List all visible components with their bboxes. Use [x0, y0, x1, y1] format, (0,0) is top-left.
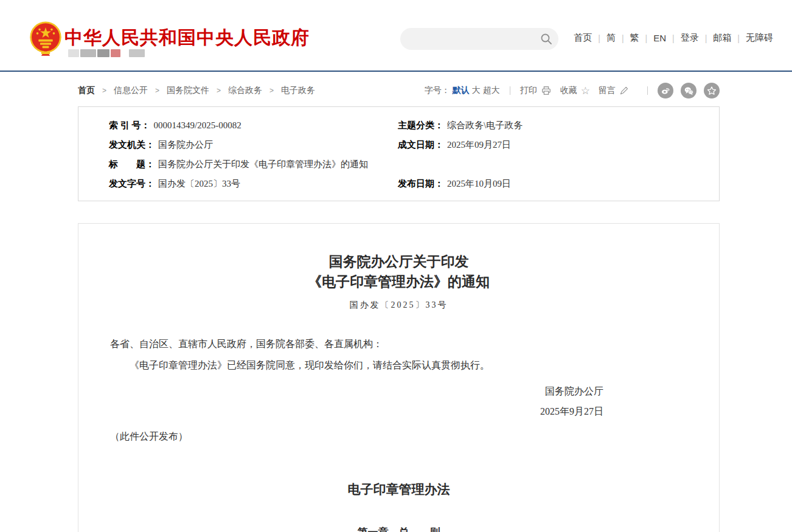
breadcrumb-home[interactable]: 首页: [78, 85, 95, 96]
star-icon: ☆: [581, 86, 590, 96]
regulation-title: 电子印章管理办法: [110, 481, 687, 498]
breadcrumb-comprehensive-affairs[interactable]: 综合政务: [228, 85, 262, 96]
nav-login[interactable]: 登录: [681, 32, 699, 44]
wechat-share-icon[interactable]: [681, 83, 696, 98]
search-input[interactable]: [400, 28, 534, 50]
chapter-one-heading: 第一章 总 则: [110, 525, 687, 532]
signature-block: 国务院办公厅 2025年9月27日: [110, 381, 687, 421]
site-title[interactable]: 中华人民共和国中央人民政府: [64, 26, 310, 50]
national-emblem-logo[interactable]: [29, 21, 62, 56]
meta-written-date: 成文日期： 2025年09月27日: [398, 135, 707, 154]
font-size-label: 字号：: [425, 85, 450, 96]
print-button[interactable]: 打印: [520, 85, 552, 96]
meta-title: 标 题： 国务院办公厅关于印发《电子印章管理办法》的通知: [109, 154, 707, 174]
meta-agency: 发文机关： 国务院办公厅: [109, 135, 398, 154]
nav-accessibility[interactable]: 无障碍: [746, 32, 773, 44]
document-content-box: 国务院办公厅关于印发 《电子印章管理办法》的通知 国办发〔2025〕33号 各省…: [78, 223, 720, 532]
nav-mail[interactable]: 邮箱: [713, 32, 731, 44]
nav-traditional[interactable]: 繁: [630, 32, 639, 44]
breadcrumb-state-council-docs[interactable]: 国务院文件: [167, 85, 209, 96]
font-size-default[interactable]: 默认: [453, 85, 470, 96]
weibo-share-icon[interactable]: [658, 83, 673, 98]
search-button[interactable]: [534, 28, 558, 50]
meta-index: 索 引 号： 000014349/2025-00082: [109, 116, 398, 135]
meta-publish-date: 发布日期： 2025年10月09日: [398, 174, 707, 193]
nav-english[interactable]: EN: [653, 33, 666, 43]
breadcrumb: 首页> 信息公开> 国务院文件> 综合政务> 电子政务: [78, 85, 315, 96]
search-icon: [540, 33, 552, 45]
site-header: 中华人民共和国中央人民政府 首页| 简| 繁| EN| 登录| 邮箱| 无障碍: [0, 0, 792, 72]
page-toolbar: 字号： 默认 大 超大 打印 收藏 ☆ 留言: [425, 83, 720, 98]
font-size-xlarge[interactable]: 超大: [483, 85, 500, 96]
favorite-button[interactable]: 收藏 ☆: [560, 85, 590, 96]
pencil-icon: [619, 86, 629, 95]
site-url-redacted: [68, 49, 145, 57]
salutation: 各省、自治区、直辖市人民政府，国务院各部委、各直属机构：: [110, 338, 687, 351]
sign-date: 2025年9月27日: [110, 401, 603, 421]
comment-button[interactable]: 留言: [599, 85, 629, 96]
document-number: 国办发〔2025〕33号: [110, 300, 687, 311]
meta-doc-number: 发文字号： 国办发〔2025〕33号: [109, 174, 398, 193]
breadcrumb-info-disclosure[interactable]: 信息公开: [114, 85, 148, 96]
printer-icon: [541, 85, 552, 96]
top-nav: 首页| 简| 繁| EN| 登录| 邮箱| 无障碍: [574, 32, 773, 44]
nav-home[interactable]: 首页: [574, 32, 592, 44]
font-size-large[interactable]: 大: [472, 85, 481, 96]
meta-topic: 主题分类： 综合政务\电子政务: [398, 116, 707, 135]
body-paragraph: 《电子印章管理办法》已经国务院同意，现印发给你们，请结合实际认真贯彻执行。: [110, 359, 687, 372]
search-box: [400, 28, 558, 50]
nav-simplified[interactable]: 简: [606, 32, 616, 44]
document-title: 国务院办公厅关于印发 《电子印章管理办法》的通知: [110, 252, 687, 292]
signer: 国务院办公厅: [110, 381, 603, 401]
breadcrumb-e-government[interactable]: 电子政务: [281, 85, 315, 96]
document-meta-box: 索 引 号： 000014349/2025-00082 主题分类： 综合政务\电…: [78, 106, 720, 201]
star-share-icon[interactable]: [704, 83, 720, 98]
public-release-note: （此件公开发布）: [110, 430, 687, 443]
